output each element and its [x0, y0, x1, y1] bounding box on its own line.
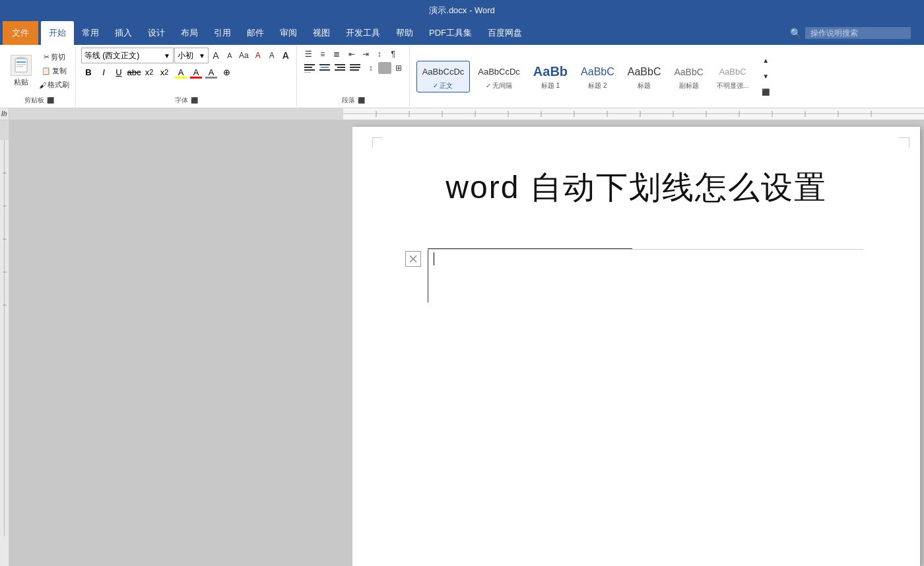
- font-color-button[interactable]: A: [189, 65, 203, 79]
- font-selectors-row: 等线 (西文正文) ▼ 小初 ▼ A A Aa A A A: [81, 48, 292, 63]
- styles-expand-button[interactable]: ⬛: [759, 86, 772, 99]
- paragraph-expand-icon[interactable]: ⬛: [358, 97, 365, 104]
- tab-view[interactable]: 视图: [305, 21, 338, 45]
- clear-format-button[interactable]: A: [251, 49, 265, 62]
- corner-mark-tr: [899, 137, 909, 148]
- format-painter-icon: 🖌: [39, 81, 46, 89]
- italic-button[interactable]: I: [96, 65, 111, 79]
- font-section: 等线 (西文正文) ▼ 小初 ▼ A A Aa A A A B: [77, 46, 297, 106]
- superscript-button[interactable]: x2: [157, 65, 172, 79]
- ruler: Ih: [0, 108, 924, 120]
- document-page: word 自动下划线怎么设置: [352, 127, 920, 566]
- align-left-button[interactable]: [302, 61, 317, 75]
- svg-rect-2: [16, 61, 26, 63]
- style-normal[interactable]: AaBbCcDc ✓ 正文: [416, 61, 471, 92]
- tab-developer[interactable]: 开发工具: [338, 21, 388, 45]
- svg-rect-17: [350, 69, 359, 71]
- add-button[interactable]: ⊕: [219, 65, 234, 79]
- font-name-selector[interactable]: 等线 (西文正文) ▼: [81, 48, 174, 63]
- increase-font-button[interactable]: A: [209, 49, 222, 62]
- text-content-area[interactable]: [428, 250, 867, 302]
- paste-button[interactable]: 粘贴: [7, 53, 36, 88]
- svg-rect-10: [321, 67, 329, 68]
- font-size-selector[interactable]: 小初 ▼: [174, 48, 209, 63]
- tab-common[interactable]: 常用: [74, 21, 107, 45]
- justify-button[interactable]: [348, 61, 362, 75]
- change-case-button[interactable]: Aa: [237, 49, 251, 62]
- doc-area: word 自动下划线怎么设置: [352, 120, 924, 566]
- style-heading-preview: AaBbC: [628, 63, 661, 81]
- tab-baidu[interactable]: 百度网盘: [480, 21, 530, 45]
- svg-rect-11: [319, 69, 330, 71]
- search-icon: 🔍: [790, 28, 801, 38]
- underline-button[interactable]: U: [112, 65, 126, 79]
- document-title[interactable]: word 自动下划线怎么设置: [405, 166, 867, 209]
- document-content: [405, 248, 867, 302]
- show-marks-button[interactable]: ¶: [387, 48, 400, 61]
- font-expand-icon[interactable]: ⬛: [191, 97, 198, 104]
- subscript-button[interactable]: x2: [142, 65, 156, 79]
- tab-mail[interactable]: 邮件: [239, 21, 272, 45]
- text-effects-button[interactable]: A: [265, 49, 279, 62]
- styles-up-button[interactable]: ▲: [759, 54, 772, 67]
- tab-pdf[interactable]: PDF工具集: [421, 21, 480, 45]
- highlight-color-button[interactable]: A: [174, 65, 188, 79]
- tab-help[interactable]: 帮助: [388, 21, 421, 45]
- format-painter-button[interactable]: 🖌 格式刷: [37, 79, 71, 92]
- shading-button[interactable]: [378, 62, 391, 74]
- font-content: 等线 (西文正文) ▼ 小初 ▼ A A Aa A A A B: [81, 48, 292, 94]
- style-no-spacing[interactable]: AaBbCcDc ✓ 无间隔: [473, 61, 525, 92]
- text-bg-button[interactable]: A: [204, 65, 218, 79]
- paragraph-content: ☰ ≡ ≣ ⇤ ⇥ ↕ ¶: [302, 48, 405, 94]
- style-heading1[interactable]: AaBb 标题 1: [528, 61, 573, 92]
- decrease-font-button[interactable]: A: [223, 49, 236, 62]
- tab-home[interactable]: 开始: [41, 21, 74, 45]
- style-unclear[interactable]: AaBbC 不明显强...: [711, 61, 754, 92]
- decrease-indent-button[interactable]: ⇤: [345, 48, 358, 61]
- sort-button[interactable]: ↕: [373, 48, 386, 61]
- paste-icon: [11, 55, 32, 76]
- multilevel-button[interactable]: ≣: [330, 48, 343, 61]
- numbering-button[interactable]: ≡: [316, 48, 329, 61]
- styles-nav: ▲ ▼ ⬛: [759, 54, 772, 99]
- tab-layout[interactable]: 布局: [173, 21, 206, 45]
- underline-content-area: [428, 248, 867, 302]
- big-a-button[interactable]: A: [279, 49, 292, 62]
- svg-rect-3: [16, 64, 26, 65]
- style-heading2[interactable]: AaBbC 标题 2: [576, 61, 620, 92]
- tab-insert[interactable]: 插入: [107, 21, 140, 45]
- align-right-button[interactable]: [333, 61, 347, 75]
- cut-icon: ✂: [44, 53, 50, 61]
- styles-down-button[interactable]: ▼: [759, 70, 772, 83]
- style-heading[interactable]: AaBbC 标题: [622, 61, 667, 92]
- v-ruler-main: [0, 140, 9, 566]
- svg-rect-4: [16, 66, 23, 67]
- copy-button[interactable]: 📋 复制: [37, 65, 71, 78]
- bullets-button[interactable]: ☰: [302, 48, 315, 61]
- ruler-corner: Ih: [0, 108, 9, 120]
- tab-file[interactable]: 文件: [3, 21, 38, 45]
- bold-button[interactable]: B: [81, 65, 96, 79]
- checkmark2-icon: ✓: [486, 82, 491, 89]
- strikethrough-button[interactable]: abc: [127, 65, 141, 79]
- style-subtitle[interactable]: AaBbC 副标题: [669, 61, 708, 92]
- style-subtitle-preview: AaBbC: [674, 63, 703, 81]
- svg-rect-5: [304, 64, 315, 65]
- align-center-button[interactable]: [317, 61, 332, 75]
- increase-indent-button[interactable]: ⇥: [359, 48, 372, 61]
- format-buttons-row: B I U abc x2 x2 A A A: [81, 65, 292, 79]
- cut-button[interactable]: ✂ 剪切: [37, 51, 71, 64]
- line-spacing-button[interactable]: ↕: [364, 61, 378, 75]
- tab-review[interactable]: 审阅: [272, 21, 305, 45]
- ruler-main[interactable]: [343, 108, 924, 120]
- search-input[interactable]: [805, 27, 911, 39]
- borders-button[interactable]: ⊞: [392, 61, 405, 75]
- tab-design[interactable]: 设计: [140, 21, 173, 45]
- svg-rect-15: [350, 64, 360, 65]
- style-no-spacing-preview: AaBbCcDc: [478, 63, 520, 81]
- clipboard-expand-icon[interactable]: ⬛: [47, 97, 54, 104]
- tab-references[interactable]: 引用: [206, 21, 239, 45]
- svg-rect-9: [319, 64, 330, 65]
- paragraph-bottom-row: ↕ ⊞: [302, 61, 405, 75]
- svg-rect-18: [343, 114, 924, 114]
